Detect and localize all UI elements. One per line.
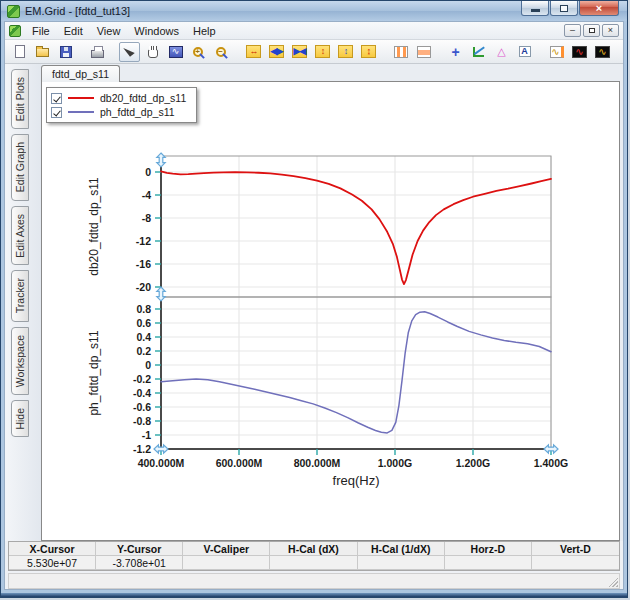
legend-label-db20: db20_fdtd_dp_s11 bbox=[100, 92, 186, 104]
window-bottom-frame bbox=[1, 593, 627, 597]
split-vertical-button[interactable] bbox=[390, 42, 411, 62]
menu-view[interactable]: View bbox=[90, 24, 128, 38]
db20_fdtd_dp_s11-curve bbox=[161, 171, 551, 284]
ph_fdtd_dp_s11-curve bbox=[161, 312, 551, 433]
h-zoom-data-icon: ↔ bbox=[246, 45, 261, 58]
plot-panel[interactable]: db20_fdtd_dp_s11 ph_fdtd_dp_s11 0-4-8-12… bbox=[41, 81, 620, 541]
cursor-value-cell: 5.530e+07 bbox=[9, 556, 96, 570]
overlay-plots-icon: ∿ bbox=[550, 46, 564, 58]
print-button[interactable] bbox=[87, 42, 108, 62]
upper-plot-box bbox=[161, 156, 551, 297]
toolbar-separator bbox=[78, 43, 85, 61]
select-pointer-button[interactable] bbox=[119, 42, 140, 62]
menu-windows[interactable]: Windows bbox=[127, 24, 186, 38]
dark-plot-red-button[interactable]: ∿ bbox=[569, 42, 590, 62]
title-bar[interactable]: EM.Grid - [fdtd_tut13] × bbox=[1, 1, 627, 21]
h-fit-icon: ▶◀ bbox=[292, 45, 307, 58]
dark-plot-yellow-button[interactable]: ∿ bbox=[592, 42, 613, 62]
h-zoom-cursors-icon: ◀▶ bbox=[269, 45, 284, 58]
minimize-icon bbox=[531, 9, 540, 12]
svg-text:-0.4: -0.4 bbox=[133, 387, 151, 399]
legend-line-sample-blue bbox=[68, 111, 94, 113]
new-document-button[interactable] bbox=[9, 42, 30, 62]
legend-checkbox-db20[interactable] bbox=[51, 93, 62, 104]
delta-tool-button[interactable]: △ bbox=[491, 42, 512, 62]
svg-text:-8: -8 bbox=[142, 212, 151, 224]
svg-text:400.000M: 400.000M bbox=[138, 457, 185, 469]
toolbar: ∿+−↔◀▶▶◀↕↕↨+△A∿∿∿↕↔Layout bbox=[5, 40, 623, 64]
mdi-close-button[interactable]: × bbox=[602, 24, 619, 37]
sidebar-tab-edit-axes[interactable]: Edit Axes bbox=[11, 206, 29, 266]
text-annotation-icon: A bbox=[519, 46, 531, 57]
mdi-restore-button[interactable] bbox=[583, 24, 600, 37]
zoom-out-button[interactable]: − bbox=[211, 42, 232, 62]
toolbar-separator bbox=[436, 43, 443, 61]
sidebar-tab-edit-plots[interactable]: Edit Plots bbox=[11, 69, 29, 129]
legend-item[interactable]: ph_fdtd_dp_s11 bbox=[51, 105, 186, 119]
sidebar-tab-workspace[interactable]: Workspace bbox=[11, 327, 29, 395]
sidebar: Edit Plots Edit Graph Edit Axes Tracker … bbox=[5, 64, 41, 541]
app-frame: File Edit View Windows Help – × ∿+−↔◀▶▶◀… bbox=[4, 21, 624, 590]
sidebar-tab-tracker[interactable]: Tracker bbox=[11, 270, 29, 321]
v-fit-button[interactable]: ↨ bbox=[358, 42, 379, 62]
split-vertical-icon bbox=[394, 46, 408, 58]
v-zoom-cursors-button[interactable]: ↕ bbox=[335, 42, 356, 62]
menu-edit[interactable]: Edit bbox=[57, 24, 90, 38]
open-file-icon bbox=[36, 48, 49, 57]
plot-tab-active[interactable]: fdtd_dp_s11 bbox=[41, 65, 120, 82]
restore-button[interactable] bbox=[550, 1, 578, 16]
axis-cursor-handle[interactable] bbox=[157, 287, 165, 301]
cursor-column-header: Vert-D bbox=[532, 542, 619, 556]
svg-text:-4: -4 bbox=[142, 189, 151, 201]
resize-grip[interactable] bbox=[607, 576, 618, 587]
window-title: EM.Grid - [fdtd_tut13] bbox=[25, 5, 130, 17]
axes-tool-button[interactable] bbox=[468, 42, 489, 62]
save-icon bbox=[60, 46, 72, 58]
text-annotation-button[interactable]: A bbox=[514, 42, 535, 62]
trace-display-icon: ∿ bbox=[169, 46, 183, 58]
plot-column: fdtd_dp_s11 db20_fdtd_dp_s11 ph_fdtd_dp_… bbox=[41, 64, 623, 541]
zoom-in-button[interactable]: + bbox=[188, 42, 209, 62]
menu-help[interactable]: Help bbox=[186, 24, 223, 38]
svg-text:-16: -16 bbox=[136, 258, 151, 270]
trace-display-button[interactable]: ∿ bbox=[165, 42, 186, 62]
cursor-column-header: V-Caliper bbox=[183, 542, 270, 556]
print-icon bbox=[91, 50, 104, 58]
minimize-button[interactable] bbox=[521, 1, 549, 16]
svg-text:600.000M: 600.000M bbox=[216, 457, 263, 469]
cursor-readout-table: X-CursorY-CursorV-CaliperH-Cal (dX)H-Cal… bbox=[8, 541, 620, 571]
pan-hand-button[interactable] bbox=[142, 42, 163, 62]
v-fit-icon: ↨ bbox=[361, 45, 376, 58]
h-fit-button[interactable]: ▶◀ bbox=[289, 42, 310, 62]
v-zoom-data-icon: ↕ bbox=[315, 45, 330, 58]
chart-svg[interactable]: 0-4-8-12-16-200.80.60.40.20-0.2-0.4-0.6-… bbox=[42, 82, 620, 541]
v-zoom-data-button[interactable]: ↕ bbox=[312, 42, 333, 62]
open-file-button[interactable] bbox=[32, 42, 53, 62]
legend-line-sample-red bbox=[68, 97, 94, 99]
svg-text:0.4: 0.4 bbox=[136, 331, 151, 343]
save-button[interactable] bbox=[55, 42, 76, 62]
v-zoom-cursors-icon: ↕ bbox=[338, 45, 353, 58]
pan-hand-icon bbox=[148, 49, 158, 58]
dark-plot-yellow-icon: ∿ bbox=[595, 46, 610, 58]
legend-checkbox-ph[interactable] bbox=[51, 107, 62, 118]
mdi-minimize-button[interactable]: – bbox=[564, 24, 581, 37]
menu-file[interactable]: File bbox=[25, 24, 57, 38]
sidebar-tab-edit-graph[interactable]: Edit Graph bbox=[11, 134, 29, 200]
h-zoom-data-button[interactable]: ↔ bbox=[243, 42, 264, 62]
cursor-value-cell bbox=[358, 556, 445, 570]
axis-cursor-handle[interactable] bbox=[157, 153, 165, 167]
menu-bar: File Edit View Windows Help – × bbox=[5, 22, 623, 40]
cursor-column-header: Horz-D bbox=[445, 542, 532, 556]
legend-item[interactable]: db20_fdtd_dp_s11 bbox=[51, 91, 186, 105]
close-button[interactable]: × bbox=[579, 1, 619, 16]
overlay-plots-button[interactable]: ∿ bbox=[546, 42, 567, 62]
toolbar-separator bbox=[234, 43, 241, 61]
sidebar-tab-hide[interactable]: Hide bbox=[11, 400, 29, 438]
add-marker-button[interactable]: + bbox=[445, 42, 466, 62]
axes-tool-icon bbox=[473, 47, 484, 57]
toolbar-separator bbox=[615, 43, 622, 61]
split-horizontal-button[interactable] bbox=[413, 42, 434, 62]
svg-text:-0.2: -0.2 bbox=[133, 373, 151, 385]
h-zoom-cursors-button[interactable]: ◀▶ bbox=[266, 42, 287, 62]
